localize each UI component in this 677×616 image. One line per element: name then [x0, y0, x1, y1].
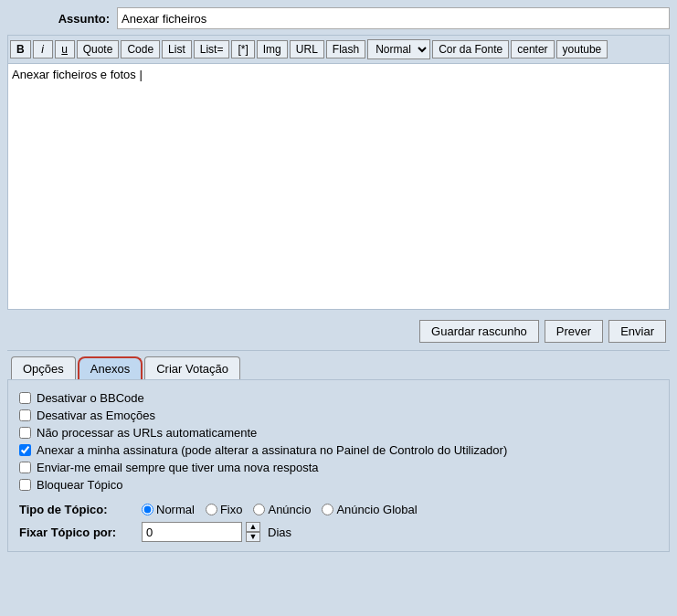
radio-fixo-label: Fixo — [220, 503, 243, 516]
underline-button[interactable]: u — [55, 40, 75, 58]
subject-row: Assunto: — [7, 7, 670, 29]
fix-topic-row: Fixar Tópico por: ▲ ▼ Dias — [19, 522, 658, 542]
flash-button[interactable]: Flash — [326, 40, 365, 58]
radio-anuncio-label: Anúncio — [268, 503, 311, 516]
label-lock-topic[interactable]: Bloquear Tópico — [37, 478, 122, 492]
submit-button[interactable]: Enviar — [608, 320, 666, 343]
checkbox-lock-topic[interactable] — [19, 479, 31, 491]
checkbox-disable-bbcode[interactable] — [19, 392, 31, 404]
tab-opcoes[interactable]: Opções — [11, 356, 76, 379]
option-email-reply: Enviar-me email sempre que tiver uma nov… — [19, 459, 658, 476]
toolbar: B i u Quote Code List List= [*] Img URL … — [7, 35, 670, 63]
option-no-auto-url: Não processar as URLs automaticamente — [19, 424, 658, 441]
img-button[interactable]: Img — [257, 40, 288, 58]
radio-label-fixo[interactable]: Fixo — [206, 503, 243, 516]
radio-label-normal[interactable]: Normal — [142, 503, 195, 516]
radio-fixo[interactable] — [206, 504, 217, 515]
checkbox-attach-signature[interactable] — [19, 444, 31, 456]
topic-type-radio-group: Normal Fixo Anúncio Anúncio Global — [142, 503, 418, 516]
checkbox-disable-emotions[interactable] — [19, 409, 31, 421]
list-eq-button[interactable]: List= — [194, 40, 230, 58]
action-row: Guardar rascunho Prever Enviar — [7, 313, 670, 350]
radio-anuncio[interactable] — [253, 504, 265, 515]
label-email-reply[interactable]: Enviar-me email sempre que tiver uma nov… — [37, 461, 319, 474]
label-no-auto-url[interactable]: Não processar as URLs automaticamente — [37, 426, 257, 440]
tab-anexos[interactable]: Anexos — [78, 356, 143, 379]
italic-button[interactable]: i — [33, 40, 53, 58]
radio-anuncio-global-label: Anúncio Global — [336, 503, 417, 516]
label-disable-emotions[interactable]: Desativar as Emoções — [37, 409, 155, 422]
option-disable-emotions: Desativar as Emoções — [19, 407, 658, 424]
bold-button[interactable]: B — [10, 40, 31, 58]
radio-label-anuncio[interactable]: Anúncio — [253, 503, 311, 516]
fix-topic-input[interactable] — [142, 522, 242, 542]
youtube-button[interactable]: youtube — [556, 40, 608, 58]
quote-button[interactable]: Quote — [77, 40, 120, 58]
topic-type-label: Tipo de Tópico: — [19, 503, 138, 516]
center-button[interactable]: center — [511, 40, 554, 58]
font-size-select[interactable]: Normal Tiny Small Large Huge — [367, 39, 430, 59]
tab-content: Desativar o BBCode Desativar as Emoções … — [7, 379, 670, 552]
cor-fonte-button[interactable]: Cor da Fonte — [432, 40, 509, 58]
option-lock-topic: Bloquear Tópico — [19, 476, 658, 494]
main-container: Assunto: B i u Quote Code List List= [*]… — [0, 0, 677, 559]
radio-normal-label: Normal — [156, 503, 195, 516]
subject-label: Assunto: — [7, 12, 117, 26]
preview-button[interactable]: Prever — [545, 320, 603, 343]
option-disable-bbcode: Desativar o BBCode — [19, 389, 658, 407]
tabs-header: Opções Anexos Criar Votação — [7, 356, 670, 379]
radio-normal[interactable] — [142, 504, 153, 515]
list-button[interactable]: List — [162, 40, 192, 58]
fix-topic-label: Fixar Tópico por: — [19, 526, 138, 539]
editor-textarea[interactable]: Anexar ficheiros e fotos | — [7, 63, 670, 310]
spinner-down[interactable]: ▼ — [246, 532, 260, 542]
radio-label-anuncio-global[interactable]: Anúncio Global — [322, 503, 417, 516]
option-attach-signature: Anexar a minha assinatura (pode alterar … — [19, 441, 658, 459]
url-button[interactable]: URL — [290, 40, 324, 58]
checkbox-no-auto-url[interactable] — [19, 427, 31, 439]
topic-type-row: Tipo de Tópico: Normal Fixo Anúncio — [19, 503, 658, 516]
tabs-container: Opções Anexos Criar Votação Desativar o … — [7, 350, 670, 552]
code-button[interactable]: Code — [121, 40, 160, 58]
save-draft-button[interactable]: Guardar rascunho — [419, 320, 539, 343]
spinner-up[interactable]: ▲ — [246, 522, 260, 532]
radio-anuncio-global[interactable] — [322, 504, 333, 515]
subject-input[interactable] — [117, 7, 670, 29]
tab-criar-votacao[interactable]: Criar Votação — [144, 356, 240, 379]
label-disable-bbcode[interactable]: Desativar o BBCode — [37, 391, 144, 405]
brackets-button[interactable]: [*] — [231, 40, 254, 58]
spinner-buttons: ▲ ▼ — [246, 522, 260, 542]
dias-label: Dias — [268, 526, 291, 539]
checkbox-email-reply[interactable] — [19, 462, 31, 473]
label-attach-signature[interactable]: Anexar a minha assinatura (pode alterar … — [37, 443, 507, 457]
